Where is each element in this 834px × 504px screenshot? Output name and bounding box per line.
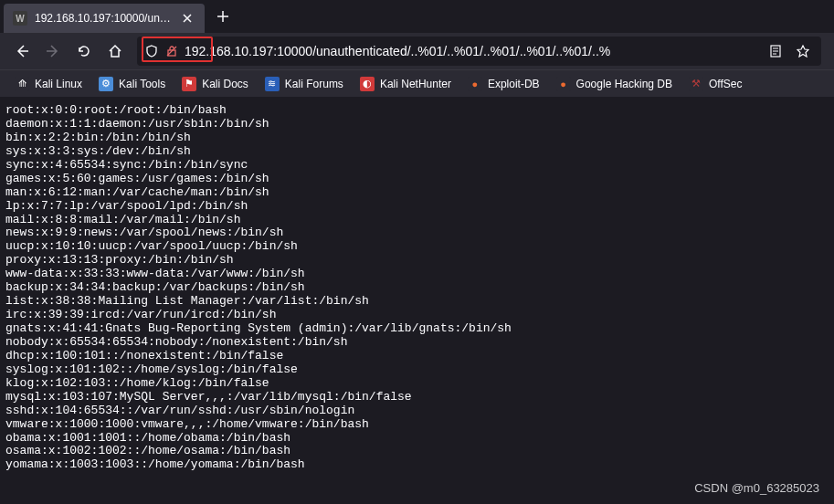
bookmark-icon: ⟰: [15, 77, 29, 91]
star-icon: [797, 45, 809, 58]
tab-favicon: W: [13, 11, 27, 26]
bookmark-icon: ≋: [265, 77, 280, 91]
bookmark-item[interactable]: ⚑Kali Docs: [174, 73, 256, 95]
new-tab-button[interactable]: [208, 2, 238, 31]
url-text: 192.168.10.197:10000/unauthenticated/..%…: [185, 44, 759, 58]
reader-icon: [769, 45, 782, 58]
bookmark-icon: ⚙: [99, 77, 113, 91]
bookmark-label: Kali NetHunter: [380, 78, 451, 90]
bookmark-item[interactable]: ⟰Kali Linux: [7, 73, 90, 95]
back-button[interactable]: [7, 37, 37, 66]
reload-icon: [77, 44, 91, 58]
bookmark-item[interactable]: ⚒OffSec: [681, 73, 749, 95]
arrow-right-icon: [46, 44, 60, 58]
bookmark-item[interactable]: ●Google Hacking DB: [549, 73, 680, 95]
browser-tab[interactable]: W 192.168.10.197:10000/una…: [4, 4, 205, 33]
bookmark-icon: ●: [468, 77, 482, 91]
bookmark-label: Exploit-DB: [488, 78, 540, 90]
bookmark-icon: ●: [556, 77, 571, 91]
forward-button[interactable]: [38, 37, 68, 66]
bookmark-label: Kali Linux: [35, 78, 82, 90]
url-bar[interactable]: 192.168.10.197:10000/unauthenticated/..%…: [137, 37, 821, 66]
home-icon: [108, 44, 122, 58]
bookmark-icon: ⚑: [182, 77, 196, 91]
bookmark-item[interactable]: ⚙Kali Tools: [91, 73, 173, 95]
bookmark-item[interactable]: ●Exploit-DB: [460, 73, 547, 95]
page-content: root:x:0:0:root:/root:/bin/bash daemon:x…: [0, 97, 834, 479]
lock-insecure-icon: [164, 44, 179, 58]
bookmark-icon: ⚒: [689, 77, 703, 91]
bookmark-item[interactable]: ≋Kali Forums: [258, 73, 351, 95]
toolbar: 192.168.10.197:10000/unauthenticated/..%…: [0, 33, 834, 69]
watermark: CSDN @m0_63285023: [694, 481, 819, 495]
tab-close-button[interactable]: [179, 10, 195, 26]
bookmark-label: Google Hacking DB: [576, 78, 672, 90]
bookmarks-bar: ⟰Kali Linux⚙Kali Tools⚑Kali Docs≋Kali Fo…: [0, 69, 834, 97]
close-icon: [182, 13, 193, 24]
tab-bar: W 192.168.10.197:10000/una…: [0, 0, 834, 33]
reload-button[interactable]: [69, 37, 99, 66]
bookmark-label: Kali Tools: [119, 78, 165, 90]
home-button[interactable]: [100, 37, 130, 66]
shield-icon: [144, 44, 159, 58]
bookmark-label: Kali Forums: [285, 78, 343, 90]
tab-title: 192.168.10.197:10000/una…: [35, 12, 172, 25]
bookmark-label: OffSec: [709, 78, 742, 90]
bookmark-icon: ◐: [360, 77, 375, 91]
bookmark-label: Kali Docs: [202, 78, 248, 90]
arrow-left-icon: [15, 44, 29, 58]
bookmark-button[interactable]: [792, 40, 814, 62]
reader-mode-button[interactable]: [765, 40, 786, 62]
plus-icon: [216, 10, 229, 23]
bookmark-item[interactable]: ◐Kali NetHunter: [353, 73, 459, 95]
